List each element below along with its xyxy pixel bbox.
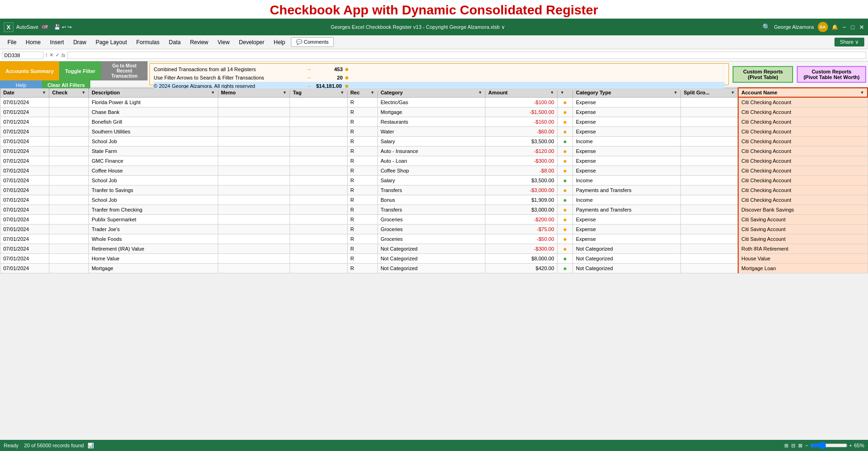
col-category-type: Category Type ▼ [573, 88, 681, 97]
col-amount-extra: ▼ [557, 88, 573, 97]
col-date: Date ▼ [0, 88, 49, 97]
formula-icon-fx[interactable]: fx [61, 53, 66, 58]
cell-amount: -$60.00 [485, 126, 557, 136]
cell-description: Tranfer from Checking [88, 205, 218, 214]
custom-reports-net-worth-button[interactable]: Custom Reports(Pivot Table Net Worth) [797, 66, 866, 83]
share-button[interactable]: Share ∨ [834, 38, 864, 46]
filter-tag[interactable]: ▼ [340, 90, 344, 95]
filter-description[interactable]: ▼ [211, 90, 215, 95]
cell-split-group [681, 175, 739, 185]
menu-data[interactable]: Data [165, 38, 184, 46]
menu-help[interactable]: Help [270, 38, 289, 46]
autosave-area: AutoSave Off [16, 24, 50, 30]
cell-date: 07/01/2024 [0, 136, 49, 146]
filter-amount[interactable]: ▼ [550, 90, 554, 95]
cell-memo [218, 195, 289, 205]
cell-account-name: Roth IRA Retirement [738, 244, 868, 253]
filter-category[interactable]: ▼ [478, 90, 482, 95]
filter-split-group[interactable]: ▼ [731, 90, 735, 95]
cell-split-group [681, 263, 739, 273]
filter-account-name[interactable]: ▼ [860, 90, 864, 95]
cell-category: Not Categorized [377, 263, 485, 273]
custom-reports-pivot-button[interactable]: Custom Reports(Pivot Table) [733, 66, 793, 83]
toolbar-icon-save[interactable]: 💾 [54, 24, 61, 30]
cell-check [49, 166, 89, 175]
cell-check [49, 205, 89, 214]
maximize-button[interactable]: □ [851, 24, 855, 31]
comments-button[interactable]: 💬 Comments [291, 37, 334, 47]
accounts-summary-button[interactable]: Accounts Summary [0, 61, 59, 80]
go-to-most-recent-button[interactable]: Go to Most Recent Transaction [101, 61, 148, 80]
menu-file[interactable]: File [4, 38, 20, 46]
filter-rec[interactable]: ▼ [370, 90, 375, 95]
cell-memo [218, 166, 289, 175]
cell-reference-input[interactable] [2, 52, 44, 59]
filter-category-type[interactable]: ▼ [673, 90, 678, 95]
cell-category-type: Expense [573, 156, 681, 166]
cell-category: Mortgage [377, 107, 485, 117]
autosave-toggle[interactable]: Off [40, 24, 49, 30]
cell-tag [290, 146, 348, 156]
filter-date[interactable]: ▼ [42, 90, 46, 95]
formula-icon-x[interactable]: ✕ [49, 52, 54, 58]
cell-amount: -$50.00 [485, 234, 557, 244]
cell-memo [218, 107, 289, 117]
formula-icon-check[interactable]: ✓ [55, 52, 60, 58]
cell-memo [218, 156, 289, 166]
toggle-filter-button[interactable]: Toggle Filter [59, 61, 101, 80]
cell-category-type: Expense [573, 214, 681, 224]
filter-check[interactable]: ▼ [81, 90, 86, 95]
col-description: Description ▼ [88, 88, 218, 97]
cell-dot: ● [557, 146, 573, 156]
menu-home[interactable]: Home [22, 38, 44, 46]
menu-draw[interactable]: Draw [69, 38, 90, 46]
cell-category: Salary [377, 175, 485, 185]
cell-check [49, 175, 89, 185]
cell-check [49, 224, 89, 234]
cell-dot: ● [557, 253, 573, 263]
cell-dot: ● [557, 126, 573, 136]
menu-formulas[interactable]: Formulas [133, 38, 163, 46]
cell-amount: $1,909.00 [485, 195, 557, 205]
menu-developer[interactable]: Developer [235, 38, 268, 46]
cell-split-group [681, 107, 739, 117]
cell-tag [290, 205, 348, 214]
filter-amount-extra[interactable]: ▼ [560, 90, 565, 95]
cell-category: Not Categorized [377, 244, 485, 253]
toolbar-icon-undo[interactable]: ↩ [62, 24, 66, 30]
formula-input[interactable] [67, 52, 866, 59]
toolbar-icon-redo[interactable]: ↪ [67, 24, 72, 30]
search-icon[interactable]: 🔍 [762, 23, 770, 31]
cell-tag [290, 117, 348, 126]
cell-category-type: Income [573, 136, 681, 146]
cell-rec: R [347, 146, 377, 156]
menu-page-layout[interactable]: Page Layout [92, 38, 130, 46]
cell-memo [218, 175, 289, 185]
table-body: 07/01/2024 Florida Power & Light R Elect… [0, 97, 868, 273]
filter-memo[interactable]: ▼ [283, 90, 287, 95]
table-row: 07/01/2024 Retirement (IRA) Value R Not … [0, 244, 868, 253]
cell-split-group [681, 253, 739, 263]
cell-account-name: Citi Checking Account [738, 107, 868, 117]
cell-check [49, 185, 89, 195]
menu-review[interactable]: Review [186, 38, 212, 46]
minimize-button[interactable]: − [843, 24, 847, 31]
menu-insert[interactable]: Insert [46, 38, 67, 46]
bell-icon[interactable]: 🔔 [832, 24, 838, 30]
cell-split-group [681, 234, 739, 244]
cell-rec: R [347, 244, 377, 253]
cell-date: 07/01/2024 [0, 175, 49, 185]
cell-dot: ● [557, 234, 573, 244]
close-button[interactable]: ✕ [859, 24, 864, 31]
table-row: 07/01/2024 GMC Finance R Auto - Loan -$3… [0, 156, 868, 166]
menu-view[interactable]: View [214, 38, 234, 46]
cell-dot: ● [557, 166, 573, 175]
cell-memo [218, 97, 289, 107]
window-controls[interactable]: − □ ✕ [843, 24, 864, 31]
cell-split-group [681, 224, 739, 234]
cell-memo [218, 126, 289, 136]
title-text: Checkbook App with Dynamic Consolidated … [270, 3, 598, 17]
table-row: 07/01/2024 Home Value R Not Categorized … [0, 253, 868, 263]
table-row: 07/01/2024 Southern Utilities R Water -$… [0, 126, 868, 136]
cell-category-type: Expense [573, 107, 681, 117]
